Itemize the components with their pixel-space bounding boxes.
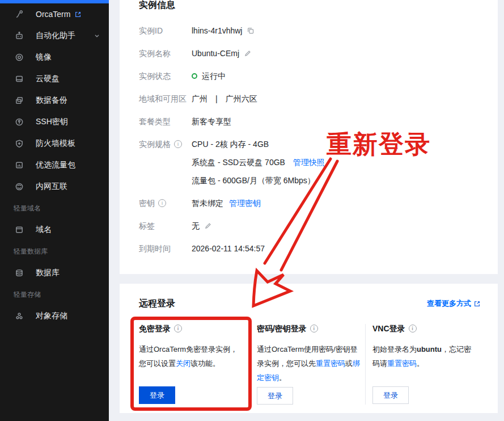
view-more-methods-label: 查看更多方式	[427, 298, 471, 309]
instance-id-value: lhins-4r1vhhwj	[192, 26, 242, 35]
sidebar-item-cloud-disk[interactable]: 云硬盘	[0, 68, 109, 90]
key-label: 密钥	[139, 199, 155, 208]
edit-pencil-icon[interactable]	[244, 49, 252, 57]
sidebar-section-label: 轻量域名	[14, 204, 41, 213]
expire-time-label: 到期时间	[139, 244, 192, 253]
sidebar-item-label: SSH密钥	[36, 117, 68, 127]
plan-type-row: 套餐类型 新客专享型	[139, 117, 481, 126]
instance-info-card: 实例信息 实例ID lhins-4r1vhhwj 实例名称 Ubuntu-CEm…	[120, 0, 498, 274]
instance-status-row: 实例状态 运行中	[139, 71, 481, 81]
instance-info-title: 实例信息	[139, 0, 481, 10]
sidebar-section-lighthouse-database: 轻量数据库	[0, 241, 109, 262]
sidebar-item-database[interactable]: 数据库	[0, 262, 109, 284]
sidebar-item-label: 对象存储	[36, 311, 67, 321]
sidebar-item-domain[interactable]: 域名	[0, 219, 109, 241]
manage-snapshot-link[interactable]: 管理快照	[293, 158, 325, 167]
key-row: 密钥 i 暂未绑定 管理密钥	[139, 199, 481, 208]
vnc-login-card: VNC登录 i 初始登录名为ubuntu，忘记密码请重置密码。 登录	[365, 324, 481, 405]
instance-spec-label: 实例规格	[139, 140, 171, 149]
orcaterm-icon	[15, 10, 24, 19]
info-icon[interactable]: i	[310, 325, 318, 332]
disable-feature-link[interactable]: 关闭	[176, 359, 190, 368]
main-content: 实例信息 实例ID lhins-4r1vhhwj 实例名称 Ubuntu-CEm…	[109, 0, 504, 421]
plan-type-value: 新客专享型	[192, 117, 231, 126]
remote-login-card: 远程登录 查看更多方式 免密登录 i 通过OrcaTerm免密登录实例，您可以设…	[120, 284, 498, 413]
tag-row: 标签 无	[139, 221, 481, 230]
info-icon[interactable]: i	[158, 199, 166, 207]
desc-text: 。	[279, 373, 286, 382]
traffic-package-icon	[15, 161, 24, 170]
instance-name-row: 实例名称 Ubuntu-CEmj	[139, 49, 481, 58]
sidebar-item-private-network[interactable]: 内网互联	[0, 176, 109, 197]
remote-login-title: 远程登录	[139, 298, 175, 309]
sidebar-item-object-storage[interactable]: 对象存储	[0, 305, 109, 327]
instance-status-value: 运行中	[202, 71, 226, 81]
sidebar-item-label: 镜像	[36, 52, 52, 62]
region-value: 广州	[192, 94, 207, 103]
password-key-login-title: 密码/密钥登录	[257, 324, 307, 333]
manage-key-link[interactable]: 管理密钥	[229, 199, 261, 208]
private-network-icon	[15, 182, 24, 191]
passwordless-login-desc: 通过OrcaTerm免密登录实例，您可以设置关闭该功能。	[139, 342, 244, 384]
desc-text: 或	[345, 359, 353, 368]
sidebar-section-lighthouse-storage: 轻量存储	[0, 284, 109, 305]
edit-pencil-icon[interactable]	[204, 222, 212, 230]
password-key-login-desc: 通过OrcaTerm使用密码/密钥登录实例，您可以先重置密码或绑定密钥。	[257, 342, 362, 385]
sidebar-item-orcaterm[interactable]: OrcaTerm	[0, 3, 109, 25]
vnc-login-button[interactable]: 登录	[372, 386, 409, 404]
sidebar-item-label: OrcaTerm	[36, 10, 70, 19]
key-value: 暂未绑定	[192, 199, 223, 208]
firewall-shield-icon	[15, 139, 24, 148]
sidebar-item-label: 防火墙模板	[36, 138, 75, 149]
data-backup-icon	[15, 96, 24, 105]
sidebar-item-data-backup[interactable]: 数据备份	[0, 90, 109, 111]
instance-name-label: 实例名称	[139, 49, 192, 58]
spec-system-disk: 系统盘 - SSD云硬盘 70GB	[192, 158, 285, 167]
sidebar-item-traffic-package[interactable]: 优选流量包	[0, 154, 109, 176]
sidebar-item-label: 优选流量包	[36, 160, 75, 170]
external-link-icon	[74, 11, 82, 18]
assistant-icon	[15, 31, 24, 40]
region-separator: |	[215, 94, 218, 103]
sidebar-section-label: 轻量存储	[14, 290, 41, 300]
instance-spec-row: 实例规格 i CPU - 2核 内存 - 4GB 系统盘 - SSD云硬盘 70…	[139, 140, 481, 185]
instance-name-value: Ubuntu-CEmj	[192, 49, 239, 58]
passwordless-login-button[interactable]: 登录	[139, 386, 175, 404]
sidebar-item-ssh-key[interactable]: SSH密钥	[0, 111, 109, 133]
expire-time-row: 到期时间 2026-02-11 14:54:57	[139, 244, 481, 253]
sidebar-item-label: 自动化助手	[36, 31, 75, 41]
copy-icon[interactable]	[247, 27, 255, 35]
sidebar-item-firewall-template[interactable]: 防火墙模板	[0, 133, 109, 154]
view-more-methods-link[interactable]: 查看更多方式	[427, 298, 481, 309]
info-icon[interactable]: i	[409, 325, 417, 332]
reset-password-link[interactable]: 重置密码	[316, 359, 345, 368]
region-row: 地域和可用区 广州 | 广州六区	[139, 94, 481, 103]
reset-password-link[interactable]: 重置密码	[387, 359, 417, 368]
vnc-login-desc: 初始登录名为ubuntu，忘记密码请重置密码。	[372, 342, 478, 384]
sidebar-item-images[interactable]: 镜像	[0, 47, 109, 68]
instance-id-label: 实例ID	[139, 26, 192, 35]
cloud-disk-icon	[15, 74, 24, 83]
tag-label: 标签	[139, 221, 192, 230]
info-icon[interactable]: i	[174, 325, 182, 332]
passwordless-login-card: 免密登录 i 通过OrcaTerm免密登录实例，您可以设置关闭该功能。 登录	[139, 324, 249, 405]
sidebar-item-label: 数据库	[36, 268, 60, 278]
spec-traffic-package: 流量包 - 600GB/月（带宽 6Mbps）	[192, 176, 325, 185]
sidebar-item-automation-assistant[interactable]: 自动化助手	[0, 25, 109, 47]
plan-type-label: 套餐类型	[139, 117, 192, 126]
tag-value: 无	[192, 221, 200, 230]
sidebar-item-label: 域名	[36, 225, 52, 235]
sidebar-section-label: 轻量数据库	[14, 247, 48, 256]
chevron-down-icon	[93, 32, 101, 40]
domain-icon	[15, 225, 24, 234]
sidebar-item-label: 数据备份	[36, 95, 67, 106]
info-icon[interactable]: i	[174, 140, 182, 148]
password-key-login-card: 密码/密钥登录 i 通过OrcaTerm使用密码/密钥登录实例，您可以先重置密码…	[249, 324, 365, 405]
default-username: ubuntu	[417, 345, 442, 353]
sidebar-item-label: 云硬盘	[36, 74, 60, 84]
password-key-login-button[interactable]: 登录	[257, 387, 293, 405]
zone-value: 广州六区	[226, 94, 257, 103]
object-storage-icon	[15, 311, 24, 321]
region-label: 地域和可用区	[139, 94, 192, 103]
sidebar-section-lighthouse-domain: 轻量域名	[0, 197, 109, 219]
